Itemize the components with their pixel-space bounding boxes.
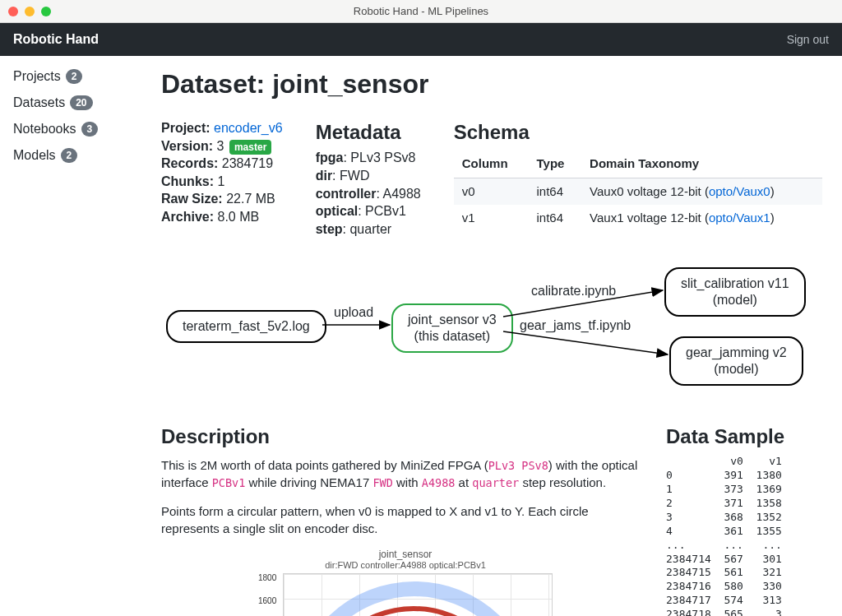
code-inline: PLv3 PSv8 — [488, 459, 548, 472]
scatter-plot: joint_sensor dir:FWD controller:A4988 op… — [161, 549, 650, 616]
plot-ytick: 1600 — [258, 596, 276, 605]
window-zoom-button[interactable] — [41, 7, 51, 16]
records-label: Records: — [161, 156, 218, 170]
data-sample-heading: Data Sample — [666, 425, 822, 448]
svg-line-2 — [503, 331, 668, 354]
meta-key: step — [316, 222, 343, 236]
navbar: Robotic Hand Sign out — [0, 23, 842, 56]
description-para: This is 2M worth of data points gathered… — [161, 456, 650, 491]
schema-col-desc: Vaux0 voltage 12-bit (opto/Vaux0) — [581, 178, 822, 205]
description-heading: Description — [161, 425, 650, 448]
rawsize-label: Raw Size: — [161, 192, 223, 206]
schema-col-desc: Vaux1 voltage 12-bit (opto/Vaux1) — [581, 205, 822, 231]
chunks-value: 1 — [217, 174, 224, 188]
code-inline: PCBv1 — [212, 476, 246, 489]
schema-row: v0 int64 Vaux0 voltage 12-bit (opto/Vaux… — [454, 178, 822, 205]
brand-label: Robotic Hand — [13, 32, 99, 47]
lineage-diagram: teraterm_fast_5v2.log joint_sensor v3 (t… — [161, 261, 822, 401]
meta-key: controller — [316, 187, 377, 201]
window-title: Robotic Hand - ML Pipelines — [0, 5, 842, 17]
data-sample-block: Data Sample v0 v1 0 391 1380 1 373 1369 … — [666, 425, 822, 616]
schema-col-type: int64 — [529, 205, 582, 231]
schema-th: Type — [529, 151, 582, 178]
count-badge: 20 — [70, 95, 92, 110]
project-label: Project: — [161, 121, 210, 135]
sidebar-item-label: Datasets — [13, 95, 65, 110]
sidebar-item-notebooks[interactable]: Notebooks 3 — [13, 122, 135, 137]
records-value: 2384719 — [222, 156, 273, 170]
meta-val: PCBv1 — [365, 204, 406, 218]
archive-value: 8.0 MB — [217, 210, 259, 224]
schema-col-name: v0 — [454, 178, 529, 205]
code-inline: FWD — [372, 476, 392, 489]
archive-label: Archive: — [161, 210, 214, 224]
meta-key: fpga — [316, 151, 344, 164]
schema-row: v1 int64 Vaux1 voltage 12-bit (opto/Vaux… — [454, 205, 822, 231]
schema-col-name: v1 — [454, 205, 529, 231]
description-block: Description This is 2M worth of data poi… — [161, 425, 650, 616]
master-badge: master — [229, 140, 271, 155]
flow-edge-label: calibrate.ipynb — [531, 284, 616, 299]
mac-titlebar: Robotic Hand - ML Pipelines — [0, 0, 842, 23]
schema-block: Schema Column Type Domain Taxonomy v0 in… — [454, 119, 822, 238]
basic-info: Project: encoder_v6 Version: 3 master Re… — [161, 119, 283, 238]
page-title: Dataset: joint_sensor — [161, 69, 822, 100]
meta-val: PLv3 PSv8 — [350, 151, 415, 164]
flow-edge-label: upload — [334, 305, 373, 320]
meta-val: A4988 — [382, 187, 420, 201]
plot-subtitle: dir:FWD controller:A4988 optical:PCBv1 — [161, 560, 650, 570]
version-label: Version: — [161, 139, 213, 153]
project-link[interactable]: encoder_v6 — [214, 121, 283, 135]
rawsize-value: 22.7 MB — [226, 192, 275, 206]
sidebar-item-datasets[interactable]: Datasets 20 — [13, 95, 135, 110]
chunks-label: Chunks: — [161, 174, 214, 188]
schema-heading: Schema — [454, 119, 822, 146]
schema-table: Column Type Domain Taxonomy v0 int64 Vau… — [454, 151, 822, 231]
count-badge: 2 — [61, 148, 78, 163]
taxonomy-link[interactable]: opto/Vaux0 — [709, 184, 770, 198]
schema-th: Column — [454, 151, 529, 178]
description-para: Points form a circular pattern, when v0 … — [161, 503, 650, 537]
window-close-button[interactable] — [8, 7, 18, 16]
taxonomy-link[interactable]: opto/Vaux1 — [709, 211, 770, 225]
data-sample-pre: v0 v1 0 391 1380 1 373 1369 2 371 1358 3… — [666, 455, 822, 616]
meta-key: dir — [316, 169, 332, 183]
code-inline: quarter — [472, 476, 519, 489]
meta-key: optical — [316, 204, 359, 218]
sidebar-item-label: Projects — [13, 69, 61, 84]
signout-link[interactable]: Sign out — [787, 33, 829, 46]
plot-title: joint_sensor — [161, 549, 650, 560]
sidebar: Projects 2 Datasets 20 Notebooks 3 Model… — [0, 56, 148, 616]
meta-val: quarter — [349, 222, 391, 236]
schema-th: Domain Taxonomy — [581, 151, 822, 178]
plot-ytick: 1800 — [258, 573, 276, 582]
count-badge: 3 — [81, 122, 99, 137]
metadata-block: Metadata fpga: PLv3 PSv8 dir: FWD contro… — [316, 119, 421, 238]
sidebar-item-label: Models — [13, 148, 56, 163]
sidebar-item-models[interactable]: Models 2 — [13, 148, 135, 163]
sidebar-item-label: Notebooks — [13, 122, 76, 137]
flow-edge-label: gear_jams_tf.ipynb — [520, 318, 631, 333]
code-inline: A4988 — [422, 476, 456, 489]
schema-col-type: int64 — [529, 178, 582, 205]
meta-val: FWD — [340, 169, 369, 183]
version-value: 3 — [217, 139, 224, 153]
count-badge: 2 — [66, 69, 83, 84]
window-minimize-button[interactable] — [25, 7, 35, 16]
main-content: Dataset: joint_sensor Project: encoder_v… — [148, 56, 842, 616]
sidebar-item-projects[interactable]: Projects 2 — [13, 69, 135, 84]
metadata-heading: Metadata — [316, 119, 421, 146]
